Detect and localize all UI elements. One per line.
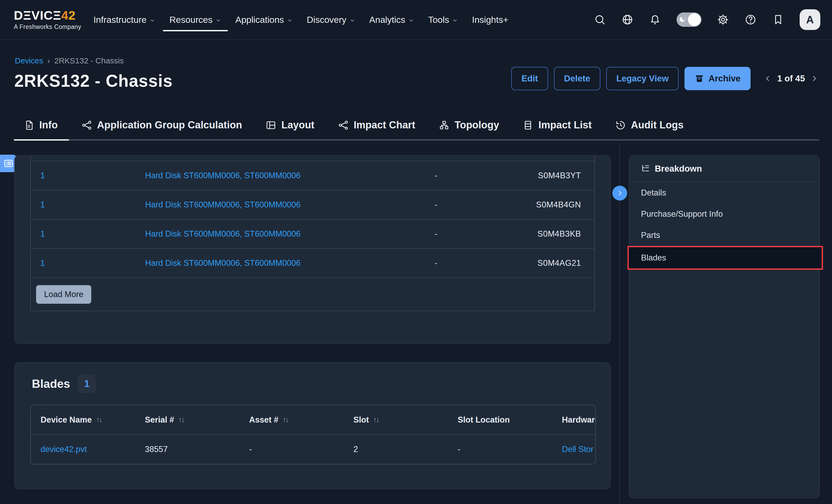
record-pager: 1 of 45 [764, 74, 818, 84]
sidebar-collapse-button[interactable] [612, 186, 627, 201]
column-label: Slot [354, 415, 369, 425]
asset-cell: - [374, 200, 498, 210]
bell-icon[interactable] [649, 14, 661, 26]
sidebar-item[interactable]: Details [629, 182, 819, 204]
table-footer: Load More [31, 278, 594, 311]
quantity-link[interactable]: 1 [40, 171, 45, 180]
blades-table-header: Device Name ↑↓ Serial # ↑↓ Asset # ↑↓ [31, 405, 595, 435]
nav-item[interactable]: Analytics [369, 0, 414, 39]
chevron-down-icon [452, 17, 458, 24]
sidebar-item-label: Blades [641, 253, 666, 263]
part-name-link[interactable]: Hard Disk ST600MM0006, ST600MM0006 [145, 200, 301, 209]
archive-button[interactable]: Archive [684, 67, 751, 90]
column-header[interactable]: Hardware [552, 415, 596, 425]
blades-title: Blades [32, 377, 70, 391]
blades-card: Blades 1 Device Name ↑↓ Serial # ↑↓ [14, 362, 611, 489]
nav-item[interactable]: Insights+ [472, 0, 508, 39]
blades-count-badge: 1 [77, 375, 96, 393]
nav-item[interactable]: Tools [428, 0, 458, 39]
tab-label: Audit Logs [631, 120, 683, 131]
chevron-down-icon [149, 17, 155, 24]
chevron-down-icon [408, 17, 414, 24]
tab-label: Impact List [538, 120, 592, 131]
tab[interactable]: Impact List [522, 116, 592, 139]
bookmark-icon[interactable] [772, 14, 784, 26]
tab-label: Impact Chart [354, 120, 415, 131]
load-more-button[interactable]: Load More [36, 285, 91, 304]
column-label: Slot Location [458, 415, 510, 425]
quantity-link[interactable]: 1 [40, 258, 45, 268]
sort-icon[interactable]: ↑↓ [283, 416, 288, 424]
sidebar-item-label: Purchase/Support Info [641, 209, 723, 219]
serial-cell: S0M4AG21 [498, 258, 594, 268]
part-name-link[interactable]: Hard Disk ST600MM0006, ST600MM0006 [145, 258, 301, 268]
breakdown-icon [641, 164, 650, 174]
archive-label: Archive [708, 74, 740, 84]
nav-utilities: A [594, 9, 820, 30]
globe-icon[interactable] [621, 14, 633, 26]
parts-card: 1 Hard Disk ST600MM0006, ST600MM0006 - S… [14, 155, 611, 344]
tab[interactable]: Topology [438, 116, 500, 139]
sidebar-item-label: Parts [641, 231, 660, 240]
serial-cell: S0M4B4GN [498, 200, 594, 210]
breadcrumb-devices-link[interactable]: Devices [15, 56, 43, 65]
nav-item[interactable]: Discovery [307, 0, 355, 39]
theme-toggle[interactable] [677, 12, 701, 27]
tab[interactable]: Audit Logs [615, 116, 684, 139]
quantity-link[interactable]: 1 [40, 229, 45, 238]
part-name-link[interactable]: Hard Disk ST600MM0006, ST600MM0006 [145, 229, 301, 238]
column-header[interactable]: Slot ↑↓ [344, 415, 448, 425]
sidebar-item[interactable]: Purchase/Support Info [629, 204, 819, 225]
column-header[interactable]: Slot Location [448, 415, 552, 425]
device-name-link[interactable]: device42.pvt [41, 445, 87, 454]
device42-logo[interactable]: DΞVICΞ42 A Freshworks Company [14, 9, 81, 30]
tab-bar: Info Application Group Calculation Layou… [15, 116, 819, 140]
avatar[interactable]: A [800, 9, 820, 30]
column-header[interactable]: Asset # ↑↓ [239, 415, 344, 425]
sort-icon[interactable]: ↑↓ [96, 416, 102, 424]
sidebar-item[interactable]: Parts [629, 225, 819, 246]
asset-cell: - [239, 445, 344, 454]
list-panel-icon [3, 158, 14, 169]
nav-icons-left [594, 14, 661, 26]
tab[interactable]: Info [23, 116, 58, 139]
delete-button[interactable]: Delete [554, 67, 600, 90]
serial-cell: S0M4B3KB [498, 229, 594, 239]
chevron-down-icon [349, 17, 356, 24]
tab-label: Topology [454, 120, 499, 131]
hardware-link[interactable]: Dell Stor [562, 445, 594, 454]
sidebar-item[interactable]: Blades [627, 246, 823, 270]
tab[interactable]: Impact Chart [337, 116, 416, 139]
table-row: 1 Hard Disk ST600MM0006, ST600MM0006 - S… [31, 220, 594, 249]
nav-item[interactable]: Infrastructure [94, 0, 155, 39]
nav-item[interactable]: Applications [235, 0, 293, 39]
breadcrumb: Devices › 2RKS132 - Chassis [15, 56, 124, 65]
breakdown-title: Breakdown [655, 164, 702, 174]
tab[interactable]: Application Group Calculation [81, 116, 243, 139]
column-label: Serial # [145, 415, 174, 425]
tab-label: Info [39, 120, 58, 131]
edit-button[interactable]: Edit [511, 67, 548, 90]
quantity-link[interactable]: 1 [40, 200, 45, 209]
layout-icon [265, 120, 277, 131]
help-icon[interactable] [745, 14, 757, 26]
tab-label: Application Group Calculation [97, 120, 242, 131]
chevron-right-icon[interactable] [810, 75, 818, 82]
chevron-down-icon [287, 17, 293, 24]
tab[interactable]: Layout [265, 116, 315, 139]
chevron-left-icon[interactable] [764, 75, 772, 82]
gear-icon[interactable] [717, 14, 729, 26]
device42-app: DΞVICΞ42 A Freshworks Company Infrastruc… [0, 0, 832, 504]
blades-header: Blades 1 [32, 375, 96, 393]
legacy-view-button[interactable]: Legacy View [606, 67, 679, 90]
column-header[interactable]: Device Name ↑↓ [31, 415, 135, 425]
column-header[interactable]: Serial # ↑↓ [135, 415, 239, 425]
parts-table: 1 Hard Disk ST600MM0006, ST600MM0006 - S… [30, 155, 595, 311]
nav-item[interactable]: Resources [169, 0, 222, 39]
nav-item-label: Applications [235, 15, 284, 25]
search-icon[interactable] [594, 14, 606, 26]
slot-cell: 2 [344, 445, 448, 454]
part-name-link[interactable]: Hard Disk ST600MM0006, ST600MM0006 [145, 171, 301, 180]
sort-icon[interactable]: ↑↓ [178, 416, 184, 424]
sort-icon[interactable]: ↑↓ [373, 416, 379, 424]
